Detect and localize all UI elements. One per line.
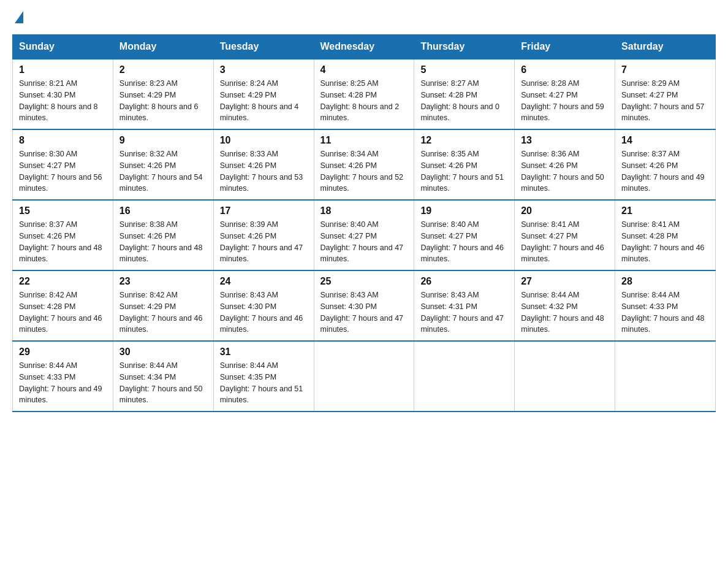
calendar-cell [414,341,515,412]
calendar-cell: 8 Sunrise: 8:30 AMSunset: 4:27 PMDayligh… [13,129,113,200]
calendar-week-row: 22 Sunrise: 8:42 AMSunset: 4:28 PMDaylig… [13,270,716,341]
day-info: Sunrise: 8:21 AMSunset: 4:30 PMDaylight:… [19,79,98,122]
day-info: Sunrise: 8:25 AMSunset: 4:28 PMDaylight:… [320,79,400,122]
day-info: Sunrise: 8:43 AMSunset: 4:30 PMDaylight:… [320,291,404,334]
day-number: 28 [621,276,709,287]
day-number: 5 [420,64,508,75]
day-info: Sunrise: 8:42 AMSunset: 4:29 PMDaylight:… [119,291,203,334]
day-info: Sunrise: 8:43 AMSunset: 4:30 PMDaylight:… [220,291,303,334]
calendar-cell: 15 Sunrise: 8:37 AMSunset: 4:26 PMDaylig… [13,200,113,270]
logo-triangle-icon [15,11,23,23]
calendar-cell: 21 Sunrise: 8:41 AMSunset: 4:28 PMDaylig… [615,200,716,270]
calendar-cell [314,341,414,412]
day-info: Sunrise: 8:37 AMSunset: 4:26 PMDaylight:… [621,150,705,193]
calendar-cell: 31 Sunrise: 8:44 AMSunset: 4:35 PMDaylig… [213,341,314,412]
weekday-header-tuesday: Tuesday [213,35,314,59]
calendar-cell: 6 Sunrise: 8:28 AMSunset: 4:27 PMDayligh… [515,59,615,129]
day-number: 26 [420,276,508,287]
calendar-cell: 16 Sunrise: 8:38 AMSunset: 4:26 PMDaylig… [113,200,213,270]
weekday-header-saturday: Saturday [615,35,716,59]
day-number: 25 [320,276,408,287]
day-info: Sunrise: 8:40 AMSunset: 4:27 PMDaylight:… [320,220,404,263]
weekday-header-monday: Monday [113,35,213,59]
calendar-week-row: 15 Sunrise: 8:37 AMSunset: 4:26 PMDaylig… [13,200,716,270]
calendar-week-row: 29 Sunrise: 8:44 AMSunset: 4:33 PMDaylig… [13,341,716,412]
calendar-cell: 7 Sunrise: 8:29 AMSunset: 4:27 PMDayligh… [615,59,716,129]
calendar-cell: 22 Sunrise: 8:42 AMSunset: 4:28 PMDaylig… [13,270,113,341]
day-number: 17 [220,205,308,216]
day-info: Sunrise: 8:40 AMSunset: 4:27 PMDaylight:… [420,220,504,263]
day-number: 4 [320,64,408,75]
day-number: 20 [521,205,609,216]
day-info: Sunrise: 8:32 AMSunset: 4:26 PMDaylight:… [119,150,203,193]
day-info: Sunrise: 8:29 AMSunset: 4:27 PMDaylight:… [621,79,705,122]
day-number: 10 [220,135,308,146]
day-number: 24 [220,276,308,287]
calendar-cell: 17 Sunrise: 8:39 AMSunset: 4:26 PMDaylig… [213,200,314,270]
day-info: Sunrise: 8:36 AMSunset: 4:26 PMDaylight:… [521,150,604,193]
day-info: Sunrise: 8:35 AMSunset: 4:26 PMDaylight:… [420,150,504,193]
day-number: 16 [119,205,207,216]
day-number: 29 [19,347,107,358]
day-number: 8 [19,135,107,146]
day-info: Sunrise: 8:28 AMSunset: 4:27 PMDaylight:… [521,79,604,122]
day-info: Sunrise: 8:44 AMSunset: 4:34 PMDaylight:… [119,361,203,404]
calendar-cell: 3 Sunrise: 8:24 AMSunset: 4:29 PMDayligh… [213,59,314,129]
day-number: 12 [420,135,508,146]
calendar-cell: 24 Sunrise: 8:43 AMSunset: 4:30 PMDaylig… [213,270,314,341]
calendar-cell: 18 Sunrise: 8:40 AMSunset: 4:27 PMDaylig… [314,200,414,270]
day-info: Sunrise: 8:38 AMSunset: 4:26 PMDaylight:… [119,220,203,263]
day-info: Sunrise: 8:44 AMSunset: 4:33 PMDaylight:… [19,361,102,404]
day-info: Sunrise: 8:41 AMSunset: 4:28 PMDaylight:… [621,220,705,263]
logo [12,12,23,25]
calendar-cell: 25 Sunrise: 8:43 AMSunset: 4:30 PMDaylig… [314,270,414,341]
calendar-cell [515,341,615,412]
calendar-table: SundayMondayTuesdayWednesdayThursdayFrid… [12,34,716,412]
day-info: Sunrise: 8:23 AMSunset: 4:29 PMDaylight:… [119,79,199,122]
day-number: 3 [220,64,308,75]
calendar-cell: 28 Sunrise: 8:44 AMSunset: 4:33 PMDaylig… [615,270,716,341]
day-number: 1 [19,64,107,75]
calendar-cell [615,341,716,412]
day-info: Sunrise: 8:42 AMSunset: 4:28 PMDaylight:… [19,291,102,334]
calendar-cell: 29 Sunrise: 8:44 AMSunset: 4:33 PMDaylig… [13,341,113,412]
day-number: 31 [220,347,308,358]
day-info: Sunrise: 8:27 AMSunset: 4:28 PMDaylight:… [420,79,499,122]
page-header [12,12,716,25]
day-number: 19 [420,205,508,216]
weekday-header-wednesday: Wednesday [314,35,414,59]
calendar-cell: 4 Sunrise: 8:25 AMSunset: 4:28 PMDayligh… [314,59,414,129]
calendar-week-row: 1 Sunrise: 8:21 AMSunset: 4:30 PMDayligh… [13,59,716,129]
day-number: 14 [621,135,709,146]
day-number: 6 [521,64,609,75]
day-number: 22 [19,276,107,287]
day-info: Sunrise: 8:44 AMSunset: 4:33 PMDaylight:… [621,291,705,334]
day-info: Sunrise: 8:34 AMSunset: 4:26 PMDaylight:… [320,150,404,193]
day-info: Sunrise: 8:33 AMSunset: 4:26 PMDaylight:… [220,150,303,193]
calendar-cell: 27 Sunrise: 8:44 AMSunset: 4:32 PMDaylig… [515,270,615,341]
calendar-week-row: 8 Sunrise: 8:30 AMSunset: 4:27 PMDayligh… [13,129,716,200]
day-number: 27 [521,276,609,287]
calendar-cell: 19 Sunrise: 8:40 AMSunset: 4:27 PMDaylig… [414,200,515,270]
calendar-cell: 1 Sunrise: 8:21 AMSunset: 4:30 PMDayligh… [13,59,113,129]
day-number: 30 [119,347,207,358]
calendar-cell: 12 Sunrise: 8:35 AMSunset: 4:26 PMDaylig… [414,129,515,200]
day-info: Sunrise: 8:39 AMSunset: 4:26 PMDaylight:… [220,220,303,263]
day-info: Sunrise: 8:37 AMSunset: 4:26 PMDaylight:… [19,220,102,263]
calendar-cell: 26 Sunrise: 8:43 AMSunset: 4:31 PMDaylig… [414,270,515,341]
calendar-cell: 11 Sunrise: 8:34 AMSunset: 4:26 PMDaylig… [314,129,414,200]
calendar-cell: 9 Sunrise: 8:32 AMSunset: 4:26 PMDayligh… [113,129,213,200]
day-number: 2 [119,64,207,75]
day-number: 13 [521,135,609,146]
day-info: Sunrise: 8:24 AMSunset: 4:29 PMDaylight:… [220,79,299,122]
calendar-cell: 13 Sunrise: 8:36 AMSunset: 4:26 PMDaylig… [515,129,615,200]
day-number: 11 [320,135,408,146]
weekday-header-thursday: Thursday [414,35,515,59]
day-info: Sunrise: 8:44 AMSunset: 4:35 PMDaylight:… [220,361,303,404]
calendar-cell: 5 Sunrise: 8:27 AMSunset: 4:28 PMDayligh… [414,59,515,129]
calendar-cell: 10 Sunrise: 8:33 AMSunset: 4:26 PMDaylig… [213,129,314,200]
weekday-header-friday: Friday [515,35,615,59]
day-number: 21 [621,205,709,216]
day-number: 23 [119,276,207,287]
weekday-header-sunday: Sunday [13,35,113,59]
